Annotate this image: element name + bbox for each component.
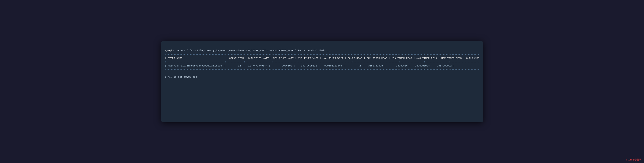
event-name-value: wait/io/file/innodb/innodb_dblwr_file [168,64,222,67]
count-star-value: 92 [238,64,241,67]
separator-bot: +---------------------------------------… [165,68,479,71]
separator-mid: +---------------------------------------… [165,61,479,63]
sum-timer-wait-value: 1377479949644 [248,64,267,67]
column-headers: | EVENT_NAME | COUNT_STAR | SUM_TIMER_WA… [165,57,479,59]
terminal-window: mysql> select * from file_summary_by_eve… [161,41,483,122]
max-timer-wait-value: 820586220648 [324,64,342,67]
count-read-value: 2 [359,64,361,67]
separator-top: +---------------------------------------… [165,53,479,56]
watermark: CSDN @小竹竿 [626,158,642,161]
min-timer-wait-value: 2976608 [282,64,292,67]
data-row: | wait/io/file/innodb/innodb_dblwr_file … [165,64,479,67]
mysql-prompt: mysql> [165,49,174,52]
result-info: 1 row in set (0.00 sec) [165,76,199,78]
avg-timer-wait-value: 14972608112 [301,64,317,67]
max-timer-read-value: 3057983092 [437,64,452,67]
avg-timer-read-value: 1576381804 [415,64,430,67]
min-timer-read-value: 94780516 [396,64,408,67]
sum-timer-read-value: 3152763608 [368,64,383,67]
terminal-content: mysql> select * from file_summary_by_eve… [165,45,479,83]
sql-query: select * from file_summary_by_event_name… [174,49,330,52]
